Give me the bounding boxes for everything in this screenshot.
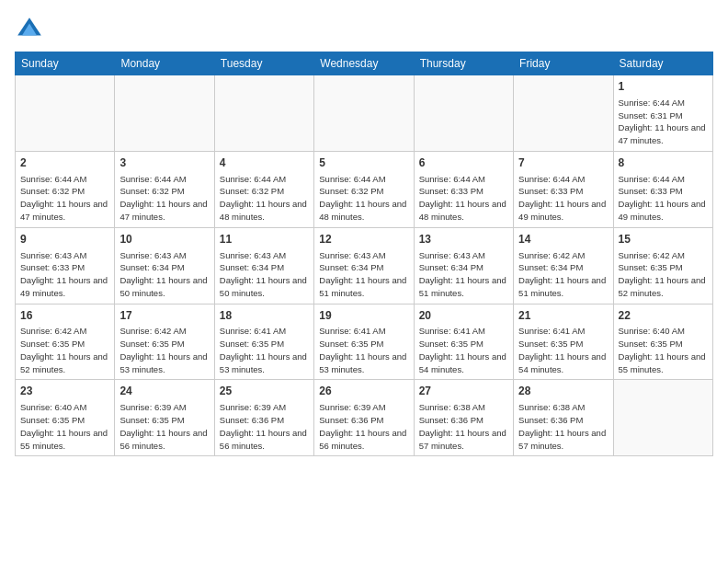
day-info: Sunrise: 6:43 AM Sunset: 6:34 PM Dayligh… xyxy=(220,249,309,300)
day-number: 1 xyxy=(619,79,708,95)
calendar-cell: 22Sunrise: 6:40 AM Sunset: 6:35 PM Dayli… xyxy=(613,304,712,380)
day-info: Sunrise: 6:40 AM Sunset: 6:35 PM Dayligh… xyxy=(20,401,109,452)
calendar-week-row: 2Sunrise: 6:44 AM Sunset: 6:32 PM Daylig… xyxy=(16,151,713,227)
day-info: Sunrise: 6:44 AM Sunset: 6:33 PM Dayligh… xyxy=(419,173,508,224)
calendar-cell xyxy=(214,75,313,152)
day-info: Sunrise: 6:43 AM Sunset: 6:33 PM Dayligh… xyxy=(20,249,109,300)
calendar-day-header: Monday xyxy=(115,52,214,75)
calendar-cell: 24Sunrise: 6:39 AM Sunset: 6:35 PM Dayli… xyxy=(115,380,214,456)
day-info: Sunrise: 6:42 AM Sunset: 6:34 PM Dayligh… xyxy=(518,249,608,300)
day-info: Sunrise: 6:44 AM Sunset: 6:32 PM Dayligh… xyxy=(220,173,309,224)
calendar-day-header: Saturday xyxy=(613,52,712,75)
day-info: Sunrise: 6:41 AM Sunset: 6:35 PM Dayligh… xyxy=(319,325,408,375)
day-info: Sunrise: 6:40 AM Sunset: 6:35 PM Dayligh… xyxy=(619,325,708,375)
calendar-cell: 28Sunrise: 6:38 AM Sunset: 6:36 PM Dayli… xyxy=(514,380,613,456)
calendar-header-row: SundayMondayTuesdayWednesdayThursdayFrid… xyxy=(16,52,713,75)
day-info: Sunrise: 6:44 AM Sunset: 6:33 PM Dayligh… xyxy=(619,173,708,224)
calendar-cell: 14Sunrise: 6:42 AM Sunset: 6:34 PM Dayli… xyxy=(514,227,613,304)
calendar-cell: 5Sunrise: 6:44 AM Sunset: 6:32 PM Daylig… xyxy=(314,151,414,227)
day-info: Sunrise: 6:42 AM Sunset: 6:35 PM Dayligh… xyxy=(20,325,109,375)
calendar-week-row: 23Sunrise: 6:40 AM Sunset: 6:35 PM Dayli… xyxy=(16,380,713,456)
calendar-cell: 7Sunrise: 6:44 AM Sunset: 6:33 PM Daylig… xyxy=(514,151,613,227)
calendar-cell: 2Sunrise: 6:44 AM Sunset: 6:32 PM Daylig… xyxy=(16,151,115,227)
day-number: 6 xyxy=(419,155,508,171)
calendar-day-header: Wednesday xyxy=(314,52,414,75)
day-number: 14 xyxy=(518,232,608,247)
calendar-cell xyxy=(414,75,513,152)
day-info: Sunrise: 6:41 AM Sunset: 6:35 PM Dayligh… xyxy=(419,325,508,375)
calendar-cell: 10Sunrise: 6:43 AM Sunset: 6:34 PM Dayli… xyxy=(115,227,214,304)
day-number: 25 xyxy=(220,384,309,399)
calendar-cell xyxy=(314,75,414,152)
calendar-day-header: Friday xyxy=(514,52,613,75)
calendar-cell: 4Sunrise: 6:44 AM Sunset: 6:32 PM Daylig… xyxy=(214,151,313,227)
calendar-cell: 1Sunrise: 6:44 AM Sunset: 6:31 PM Daylig… xyxy=(613,75,712,152)
calendar-cell: 23Sunrise: 6:40 AM Sunset: 6:35 PM Dayli… xyxy=(16,380,115,456)
calendar-cell: 21Sunrise: 6:41 AM Sunset: 6:35 PM Dayli… xyxy=(514,304,613,380)
day-info: Sunrise: 6:44 AM Sunset: 6:33 PM Dayligh… xyxy=(518,173,608,224)
calendar-week-row: 16Sunrise: 6:42 AM Sunset: 6:35 PM Dayli… xyxy=(16,304,713,380)
day-number: 10 xyxy=(119,232,209,247)
day-number: 22 xyxy=(619,308,708,324)
day-number: 3 xyxy=(119,155,209,171)
day-number: 8 xyxy=(619,155,708,171)
day-number: 27 xyxy=(419,384,508,399)
day-info: Sunrise: 6:41 AM Sunset: 6:35 PM Dayligh… xyxy=(518,325,608,375)
calendar-cell: 25Sunrise: 6:39 AM Sunset: 6:36 PM Dayli… xyxy=(214,380,313,456)
day-number: 23 xyxy=(20,384,109,399)
day-number: 15 xyxy=(619,232,708,247)
day-number: 19 xyxy=(319,308,408,324)
calendar-cell xyxy=(514,75,613,152)
calendar-cell: 27Sunrise: 6:38 AM Sunset: 6:36 PM Dayli… xyxy=(414,380,513,456)
calendar-cell xyxy=(16,75,115,152)
day-info: Sunrise: 6:44 AM Sunset: 6:32 PM Dayligh… xyxy=(319,173,408,224)
calendar-cell: 9Sunrise: 6:43 AM Sunset: 6:33 PM Daylig… xyxy=(16,227,115,304)
calendar-cell: 11Sunrise: 6:43 AM Sunset: 6:34 PM Dayli… xyxy=(214,227,313,304)
calendar-cell: 20Sunrise: 6:41 AM Sunset: 6:35 PM Dayli… xyxy=(414,304,513,380)
calendar-cell: 18Sunrise: 6:41 AM Sunset: 6:35 PM Dayli… xyxy=(214,304,313,380)
logo-icon xyxy=(15,15,44,44)
calendar-day-header: Sunday xyxy=(16,52,115,75)
day-number: 2 xyxy=(20,155,109,171)
day-info: Sunrise: 6:38 AM Sunset: 6:36 PM Dayligh… xyxy=(419,401,508,452)
day-number: 13 xyxy=(419,232,508,247)
day-info: Sunrise: 6:44 AM Sunset: 6:32 PM Dayligh… xyxy=(119,173,209,224)
calendar-cell: 12Sunrise: 6:43 AM Sunset: 6:34 PM Dayli… xyxy=(314,227,414,304)
day-number: 21 xyxy=(518,308,608,324)
calendar-cell xyxy=(613,380,712,456)
day-number: 5 xyxy=(319,155,408,171)
calendar-day-header: Thursday xyxy=(414,52,513,75)
day-number: 26 xyxy=(319,384,408,399)
calendar-cell: 8Sunrise: 6:44 AM Sunset: 6:33 PM Daylig… xyxy=(613,151,712,227)
day-number: 12 xyxy=(319,232,408,247)
day-number: 17 xyxy=(119,308,209,324)
calendar-cell: 13Sunrise: 6:43 AM Sunset: 6:34 PM Dayli… xyxy=(414,227,513,304)
day-info: Sunrise: 6:39 AM Sunset: 6:35 PM Dayligh… xyxy=(119,401,209,452)
day-info: Sunrise: 6:43 AM Sunset: 6:34 PM Dayligh… xyxy=(419,249,508,300)
day-number: 20 xyxy=(419,308,508,324)
day-info: Sunrise: 6:44 AM Sunset: 6:31 PM Dayligh… xyxy=(619,97,708,147)
calendar-week-row: 1Sunrise: 6:44 AM Sunset: 6:31 PM Daylig… xyxy=(16,75,713,152)
day-info: Sunrise: 6:38 AM Sunset: 6:36 PM Dayligh… xyxy=(518,401,608,452)
calendar-cell: 15Sunrise: 6:42 AM Sunset: 6:35 PM Dayli… xyxy=(613,227,712,304)
calendar-cell: 16Sunrise: 6:42 AM Sunset: 6:35 PM Dayli… xyxy=(16,304,115,380)
day-number: 9 xyxy=(20,232,109,247)
calendar-cell: 26Sunrise: 6:39 AM Sunset: 6:36 PM Dayli… xyxy=(314,380,414,456)
day-number: 7 xyxy=(518,155,608,171)
day-info: Sunrise: 6:43 AM Sunset: 6:34 PM Dayligh… xyxy=(319,249,408,300)
calendar-cell: 6Sunrise: 6:44 AM Sunset: 6:33 PM Daylig… xyxy=(414,151,513,227)
day-info: Sunrise: 6:42 AM Sunset: 6:35 PM Dayligh… xyxy=(619,249,708,300)
calendar-week-row: 9Sunrise: 6:43 AM Sunset: 6:33 PM Daylig… xyxy=(16,227,713,304)
day-number: 16 xyxy=(20,308,109,324)
calendar-cell xyxy=(115,75,214,152)
day-info: Sunrise: 6:44 AM Sunset: 6:32 PM Dayligh… xyxy=(20,173,109,224)
day-number: 11 xyxy=(220,232,309,247)
calendar-cell: 19Sunrise: 6:41 AM Sunset: 6:35 PM Dayli… xyxy=(314,304,414,380)
calendar-cell: 17Sunrise: 6:42 AM Sunset: 6:35 PM Dayli… xyxy=(115,304,214,380)
day-info: Sunrise: 6:42 AM Sunset: 6:35 PM Dayligh… xyxy=(119,325,209,375)
day-number: 18 xyxy=(220,308,309,324)
calendar-table: SundayMondayTuesdayWednesdayThursdayFrid… xyxy=(15,52,713,456)
day-info: Sunrise: 6:43 AM Sunset: 6:34 PM Dayligh… xyxy=(119,249,209,300)
logo xyxy=(15,15,48,44)
day-info: Sunrise: 6:41 AM Sunset: 6:35 PM Dayligh… xyxy=(220,325,309,375)
